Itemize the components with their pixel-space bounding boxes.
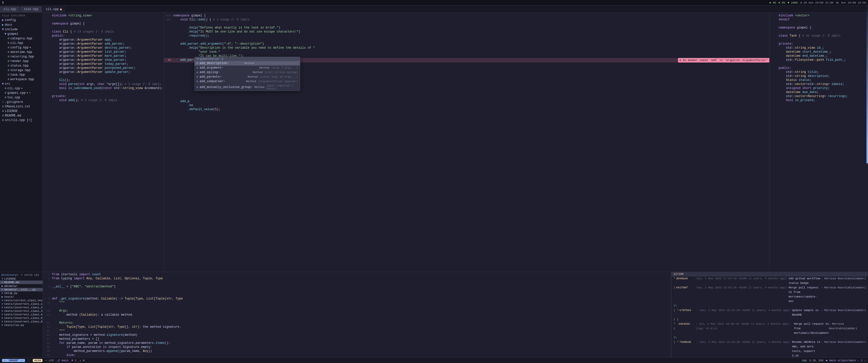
ac-item-add-epilog[interactable]: ⊕ add_epilog~ Method (std::string epilog…	[194, 70, 300, 75]
code-line: 13 Returns:	[43, 321, 671, 325]
sidebar-item-config[interactable]: ▶ config	[0, 18, 43, 23]
sidebar-item-license[interactable]: ≡ LICENSE	[0, 109, 43, 113]
sidebar-item-render-hpp[interactable]: ≡ render.hpp	[0, 59, 43, 64]
sidebar-item-recurring-hpp[interactable]: ≡ recurring.hpp	[0, 55, 43, 59]
ft-item-incorrect-5[interactable]: ≡ tests/incorrect_class_5_test.py	[0, 317, 43, 320]
code-pane-middle[interactable]: 650 namespace gimpel { 651 void Cli::add…	[164, 12, 770, 272]
sidebar-item-src[interactable]: ▼ src	[0, 82, 43, 86]
code-line: class Cli { ∅ 14 usages ƒ: 0 impls	[43, 30, 164, 34]
ac-item-add-argument[interactable]: ⊕ add_argument~ Method (Args f_args...)	[194, 66, 300, 70]
sidebar-item-cli-hpp[interactable]: ≡ cli.hpp	[0, 41, 43, 45]
sidebar-item-task-hpp[interactable]: ≡ task.hpp	[0, 73, 43, 77]
ft-item-abcmeta-init[interactable]: ≡ abcmeta/__init__.py	[0, 288, 43, 291]
code-pane-left[interactable]: #include <string_view> namespace gimpel …	[43, 12, 164, 272]
tab-task-hpp[interactable]: task.hpp	[20, 6, 42, 12]
sidebar-item-category-hpp[interactable]: ≡ category.hpp	[0, 36, 43, 41]
timezone-display: NL Sun 25/08 19:56	[836, 1, 866, 4]
directory-label: Directory>	[1, 273, 18, 276]
vim-mode-indicator: -- INSERT --	[2, 359, 25, 362]
sidebar-item-gimpel-cpp[interactable]: ≡ gimpel.cpp ● +	[0, 91, 43, 95]
file-icon: ≡	[1, 313, 3, 316]
code-pane-right[interactable]: #include <vector> #endif namespace gimpe…	[770, 12, 868, 272]
ft-item-incorrect-6[interactable]: ≡ tests/incorrect_class_6_test.py	[0, 320, 43, 323]
code-line: Cli();	[43, 78, 164, 82]
tab-modified-indicator	[60, 8, 62, 10]
code-line: 4 __all__ = ["ABC", "abstractmethod"]	[43, 285, 671, 289]
sidebar-item-cli-cpp[interactable]: ≡ cli.cpp ●	[0, 86, 43, 91]
sidebar-item-cmakelists[interactable]: ≡ CMakeLists.txt	[0, 104, 43, 109]
system-status: ● 4% ● 0% ♥ 100% ◔ 1R Sun 25/08 21:06 NL…	[769, 1, 866, 4]
filesize-indicator: 8.2K	[809, 359, 816, 362]
code-line: std::vector<std::string> labels;	[770, 82, 868, 86]
sidebar-item-gimpel[interactable]: ▼ gimpel	[0, 32, 43, 36]
sidebar-item-label: README.md	[5, 114, 21, 118]
ac-item-name: add_parents~	[199, 75, 246, 79]
code-line: 18 for param_name, param in method_signa…	[43, 341, 671, 345]
folder-icon-open: ▼	[4, 32, 6, 36]
method-icon: ⊕	[196, 75, 198, 78]
ft-item-license[interactable]: ≡ LICENSE	[0, 277, 43, 280]
sidebar-item-storage-hpp[interactable]: ≡ storage.hpp	[0, 68, 43, 73]
folder-icon: ▶	[1, 295, 3, 298]
directory-counter: < 14/14 (0)	[21, 273, 39, 276]
ac-item-add-description[interactable]: ⊕ add_description~ Method (std::string d…	[194, 61, 300, 66]
sidebar-item-src-clicpp[interactable]: ≡ src/cli.cpp [+]	[0, 118, 43, 123]
bottom-code-pane[interactable]: 1 from itertools import count 2 from typ…	[43, 272, 671, 358]
sidebar-item-datetime-hpp[interactable]: ≡ datetime.hpp	[0, 50, 43, 55]
git-date: - Sun, 1 May 2022 16:51:10 +0200 (2 year…	[697, 308, 790, 317]
git-msg: Merge pull request #1 from mortymacs/dev…	[794, 322, 829, 335]
ft-item-label: tests/incorrect_class_6_test.py	[4, 320, 43, 323]
workspace-number: 1	[2, 1, 4, 4]
git-graph: | |	[674, 317, 679, 322]
statusbar-left: -- INSERT -- | nvim ✓ LSP ⎇ main ✖ 1 ⚠ 4	[2, 359, 85, 362]
ft-item-readme[interactable]: ≡ README.md	[0, 280, 43, 284]
sidebar-item-include[interactable]: ▼ include	[0, 27, 43, 32]
sidebar-item-status-hpp[interactable]: ≡ status.hpp	[0, 64, 43, 68]
sidebar-item-workspace-hpp[interactable]: ≡ workspace.hpp	[0, 77, 43, 82]
sidebar-item-gitignore[interactable]: ≡ .gitignore	[0, 100, 43, 104]
file-explorer-sidebar: File Explorer ▶ config ▶ docs ▼ include …	[0, 12, 43, 272]
ac-item-add-mutually-exclusive[interactable]: ⊕ add_mutually_exclusive_group~ Method (…	[194, 84, 300, 91]
code-lines-middle: 650 namespace gimpel { 651 void Cli::add…	[164, 12, 769, 112]
git-entry-separator-2: | |	[672, 317, 868, 322]
ft-item-run[interactable]: ≡ tests/run.py	[0, 323, 43, 327]
ft-item-incorrect-4[interactable]: ≡ tests/incorrect_class_4_test.py	[0, 313, 43, 317]
lsp-status: ✓ LSP	[45, 359, 54, 362]
tab-cli-hpp[interactable]: cli.hpp	[0, 6, 20, 12]
git-msg: Rename ABCMeta to ABC, add more tests, s…	[792, 340, 821, 358]
ac-item-sig: (std::string description)	[256, 62, 298, 65]
ft-item-incorrect-1[interactable]: ≡ tests/incorrect_class_1_test.py	[0, 302, 43, 306]
method-icon: ⊕	[196, 71, 198, 74]
code-line	[164, 22, 769, 26]
sidebar-item-docs[interactable]: ▶ docs	[0, 23, 43, 27]
code-line: void add(); ∅ 1 usage ƒ: 0 impls	[43, 98, 164, 102]
autocomplete-popup[interactable]: ArgumentParser & ⊕ add_description~ Meth…	[194, 57, 300, 91]
tab-cli-cpp[interactable]: cli.cpp	[42, 6, 65, 12]
ft-item-abcmeta-dir[interactable]: ▶ abcmeta/	[0, 284, 43, 288]
ac-item-sig: (std::string epilog)	[265, 71, 298, 74]
git-graph: | *	[674, 308, 679, 317]
code-line: 11 method (Callable): a callable method.	[43, 313, 671, 317]
tab-label-task-hpp: task.hpp	[24, 7, 38, 11]
bottom-file-tree: Directory> < 14/14 (0) ≡ LICENSE ≡ READM…	[0, 272, 43, 358]
sidebar-item-tui-cpp[interactable]: ≡ tui.cpp	[0, 95, 43, 100]
ft-item-setup[interactable]: ≡ setup.py	[0, 291, 43, 295]
code-line	[770, 38, 868, 42]
ft-item-incorrect-2[interactable]: ≡ tests/incorrect_class_2_test.py	[0, 306, 43, 309]
file-icon: ≡	[1, 299, 3, 302]
file-icon: ≡	[1, 292, 3, 295]
sidebar-item-readme[interactable]: ≡ README.md	[0, 113, 43, 118]
code-line	[43, 305, 671, 309]
ft-item-correct-class[interactable]: ≡ tests/correct_class_test.py	[0, 299, 43, 302]
cpu-usage: ● 4%	[769, 1, 776, 4]
sidebar-item-config-hpp[interactable]: ≡ config.hpp ●	[0, 45, 43, 50]
code-line	[770, 62, 868, 66]
code-lines-right: #include <vector> #endif namespace gimpe…	[770, 12, 868, 103]
code-line: argparse::ArgumentParser destroy_parser;	[43, 46, 164, 50]
ft-item-tests-dir[interactable]: ▶ tests/	[0, 295, 43, 299]
file-icon: ≡	[1, 277, 3, 280]
ac-item-add-subparser[interactable]: ⊕ add_subparser~ Method (ArgumentParser …	[194, 79, 300, 84]
ac-item-add-parents[interactable]: ⊕ add_parents~ Method (const Args &f_arg…	[194, 75, 300, 79]
ft-item-incorrect-3[interactable]: ≡ tests/incorrect_class_3_test.py	[0, 309, 43, 313]
code-line: 20 method_parameters.append((param_name,…	[43, 349, 671, 353]
